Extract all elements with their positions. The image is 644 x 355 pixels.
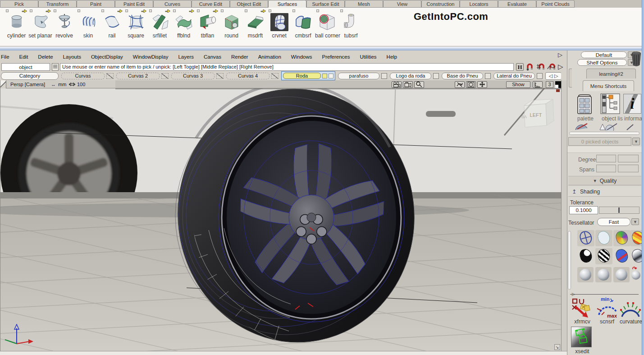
side-mini-tab[interactable] <box>569 69 572 88</box>
shiny-sphere-icon[interactable] <box>613 267 630 282</box>
tool-option-checkbox[interactable] <box>78 9 80 12</box>
layer-logo-da-roda[interactable]: Logo da roda <box>390 73 431 79</box>
shelf-tab-point-clouds[interactable]: Point Clouds <box>536 0 575 8</box>
tool-option-checkbox[interactable] <box>30 9 32 12</box>
layer-parafuso[interactable]: parafuso <box>338 73 379 79</box>
picked-objects-dropdown-arrow-icon[interactable]: ▼ <box>632 138 640 145</box>
shelf-tab-view[interactable]: View <box>383 0 421 8</box>
tool-option-checkbox[interactable] <box>292 9 295 12</box>
tool-round[interactable]: round <box>219 8 243 46</box>
zoom-magnifier-icon[interactable] <box>414 81 424 88</box>
menu-overflow-arrow-icon[interactable]: ▷ <box>558 51 562 58</box>
units-label[interactable]: mm <box>58 80 66 88</box>
horizontal-scrollbar[interactable] <box>569 132 639 135</box>
information-icon[interactable]: i <box>623 94 641 114</box>
layer-symmetry-icon[interactable] <box>216 73 224 79</box>
xfrmcv-icon[interactable] <box>571 298 593 318</box>
glossy-sphere-icon[interactable] <box>595 267 612 282</box>
shelf-tab-transform[interactable]: Transform <box>38 0 77 8</box>
spans-field-1[interactable] <box>596 165 616 172</box>
layer-curvas[interactable]: Curvas <box>61 73 105 79</box>
shelf-tab-mesh[interactable]: Mesh <box>345 0 383 8</box>
film-camera-icon[interactable] <box>392 81 402 88</box>
diffuse-sphere-icon[interactable] <box>577 267 594 282</box>
menu-animation[interactable]: Animation <box>253 54 286 60</box>
trash-icon[interactable] <box>630 51 642 67</box>
tool-option-checkbox[interactable] <box>221 9 224 12</box>
shelf-tab-construction[interactable]: Construction <box>421 0 460 8</box>
shelf-tab-evaluate[interactable]: Evaluate <box>498 0 536 8</box>
menu-windows[interactable]: Windows <box>286 54 317 60</box>
spans-field-2[interactable] <box>618 165 639 172</box>
view-cube[interactable]: LEFT BA <box>517 97 556 131</box>
tool-cylinder[interactable]: cylinder <box>5 8 28 46</box>
tool-srfillet[interactable]: srfillet <box>148 8 172 46</box>
subdivision-level-button[interactable]: 3 <box>546 81 553 88</box>
category-button[interactable]: Category <box>1 72 59 80</box>
twist-camera-icon[interactable] <box>455 81 465 88</box>
layer-toggle-box[interactable] <box>381 73 387 79</box>
shelf-tab-surface-edit[interactable]: Surface Edit <box>306 0 345 8</box>
menu-edit[interactable]: Edit <box>14 54 33 60</box>
show-button[interactable]: Show <box>506 81 530 88</box>
layer-symmetry-icon[interactable] <box>271 73 279 79</box>
tool-cmbsrf[interactable]: cmbsrf <box>291 8 315 46</box>
pick-object-selector[interactable]: object <box>1 63 50 71</box>
tessellator-dropdown-arrow-icon[interactable]: ▼ <box>631 218 639 225</box>
layer-base-do-pneu[interactable]: Base do Pneu <box>442 73 483 79</box>
prompt-expand-arrow-icon[interactable]: ▷ <box>558 63 563 71</box>
tool-option-checkbox[interactable] <box>173 9 176 12</box>
palette-icon[interactable] <box>575 94 594 115</box>
tessellator-dropdown[interactable]: Fast <box>597 218 630 226</box>
tool-square[interactable]: square <box>124 8 148 46</box>
camera-label[interactable]: Persp [Camera] <box>10 80 45 88</box>
tool-option-checkbox[interactable] <box>245 9 247 12</box>
menu-help[interactable]: Help <box>382 54 402 60</box>
tool-ffblnd[interactable]: ffblnd <box>172 8 196 46</box>
tolerance-value-field[interactable]: 0.1000 <box>569 206 598 214</box>
tool-set-planar[interactable]: set planar <box>28 8 52 46</box>
slider-marker-icon[interactable]: ▷ <box>572 292 575 296</box>
ruler-scale-icon[interactable] <box>533 81 543 88</box>
tool-option-checkbox[interactable] <box>101 9 104 12</box>
pan-move-icon[interactable] <box>477 81 487 88</box>
camera-lock-icon[interactable] <box>403 81 413 88</box>
curvature-comb-icon[interactable] <box>620 298 641 318</box>
shading-section-header[interactable]: ↥Shading <box>568 187 641 197</box>
tool-option-checkbox[interactable] <box>54 9 56 12</box>
menu-canvas[interactable]: Canvas <box>199 54 226 60</box>
object-lister-icon[interactable] <box>600 93 621 115</box>
prompt-line[interactable]: Use mouse or enter name of item to pick … <box>60 63 514 71</box>
layer-toggle-box[interactable] <box>433 73 439 79</box>
quality-section-header[interactable]: ▼Quality <box>568 176 641 185</box>
tool-tbflan[interactable]: tbflan <box>196 8 219 46</box>
slider-thumb[interactable] <box>618 207 620 213</box>
layer-toggle-box[interactable] <box>485 73 491 79</box>
layer-symmetry-icon[interactable] <box>106 73 114 79</box>
menu-shortcuts-tab[interactable]: Menu Shortcuts <box>583 80 634 91</box>
tool-option-checkbox[interactable] <box>125 9 128 12</box>
layer-roda-active[interactable]: Roda <box>283 73 321 79</box>
degree-field-2[interactable] <box>618 155 639 162</box>
xsedit-icon[interactable] <box>571 327 592 347</box>
refresh-shader-icon[interactable]: ↷ <box>630 267 642 282</box>
pane-split-icon[interactable] <box>0 80 6 88</box>
degree-field-1[interactable] <box>596 155 616 162</box>
shelf-tab-locators[interactable]: Locators <box>460 0 498 8</box>
shelf-tab-object-edit[interactable]: Object Edit <box>230 0 268 8</box>
tool-tubsrf[interactable]: tubsrf <box>339 8 363 46</box>
tool-ball-corner[interactable]: ball corner <box>315 8 339 46</box>
layer-scroll-arrows[interactable]: ◁▷ <box>545 72 561 80</box>
menu-layers[interactable]: Layers <box>173 54 199 60</box>
vertical-scrollbar[interactable] <box>568 231 571 290</box>
shelf-preset-dropdown[interactable]: Default <box>581 51 627 58</box>
layer-curvas-2[interactable]: Curvas 2 <box>116 73 160 79</box>
perspective-viewport[interactable]: Persp [Camera] ↔ mm 100 Show 3 <box>0 80 561 351</box>
shelf-tab-paint[interactable]: Paint <box>77 0 115 8</box>
shelf-tab-curve-edit[interactable]: Curve Edit <box>192 0 230 8</box>
tool-revolve[interactable]: revolve <box>52 8 76 46</box>
tool-rail[interactable]: rail <box>100 8 124 46</box>
scnsrf-icon[interactable]: minmax <box>595 296 619 318</box>
curvature-shade-icon[interactable] <box>615 248 630 264</box>
curve-snap-magnet-icon[interactable] <box>547 63 556 71</box>
